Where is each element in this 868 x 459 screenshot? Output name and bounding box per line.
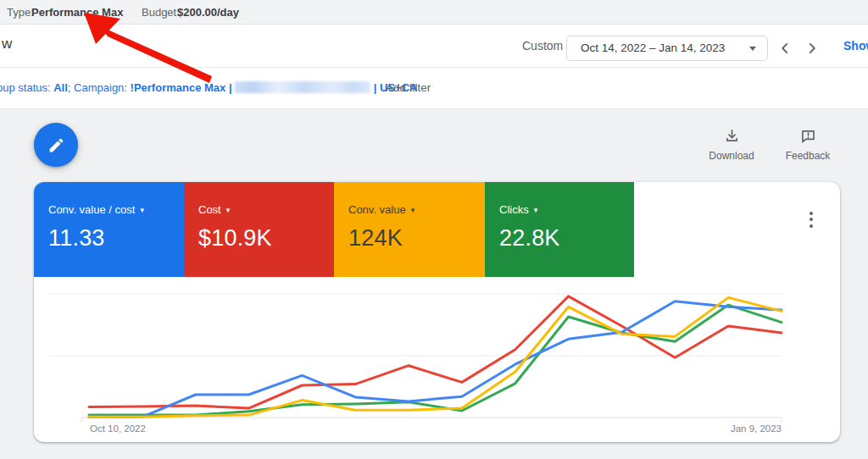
type-label: Type: xyxy=(7,6,34,19)
download-icon xyxy=(723,127,741,145)
caret-down-icon: ▾ xyxy=(226,206,231,214)
scorecard-value: 11.33 xyxy=(48,225,184,252)
x-axis-label-start: Oct 10, 2022 xyxy=(90,423,146,434)
series-line-cost xyxy=(89,296,782,408)
scorecard-value: $10.9K xyxy=(198,225,334,252)
download-label: Download xyxy=(704,150,759,162)
x-axis-label-end: Jan 9, 2023 xyxy=(731,423,782,434)
date-range-preset-label: Custom xyxy=(522,39,563,53)
filter-campaign-value: !Performance Max | xyxy=(131,81,232,94)
filter-campaign-label: ; Campaign: xyxy=(68,81,127,94)
dropdown-caret-icon xyxy=(749,47,756,51)
feedback-icon xyxy=(799,127,817,145)
card-overflow-menu-button[interactable] xyxy=(801,205,821,234)
type-value: Performance Max xyxy=(31,6,123,19)
scorecard-cost[interactable]: Cost▾ $10.9K xyxy=(184,182,334,277)
previous-period-button[interactable] xyxy=(772,36,798,61)
caret-down-icon: ▾ xyxy=(140,206,144,214)
kebab-menu-icon xyxy=(810,212,813,215)
scorecard-value: 124K xyxy=(348,225,485,252)
date-range-picker[interactable]: Oct 14, 2022 – Jan 14, 2023 xyxy=(566,36,768,61)
scorecard-label: Cost xyxy=(198,203,221,216)
budget-value: $200.00/day xyxy=(177,6,239,19)
scorecard-conv-value-cost[interactable]: Conv. value / cost▾ 11.33 xyxy=(34,182,184,277)
scorecard-value: 22.8K xyxy=(499,225,634,252)
edit-button[interactable] xyxy=(34,123,78,167)
scorecard-label: Clicks xyxy=(499,203,529,216)
feedback-label: Feedback xyxy=(781,150,835,162)
caret-down-icon: ▾ xyxy=(411,206,415,214)
redacted-campaign-name xyxy=(235,81,370,93)
campaign-info-bar: Type: Performance Max Budget: $200.00/da… xyxy=(0,0,868,25)
filter-bar: oup status: All; Campaign: !Performance … xyxy=(0,68,868,109)
toolbar-row: w Custom Oct 14, 2022 – Jan 14, 2023 Sho… xyxy=(0,25,868,68)
scorecard-conv-value[interactable]: Conv. value▾ 124K xyxy=(334,182,485,277)
date-range-value: Oct 14, 2022 – Jan 14, 2023 xyxy=(581,36,725,60)
caret-down-icon: ▾ xyxy=(534,206,538,214)
applied-filters[interactable]: oup status: All; Campaign: !Performance … xyxy=(0,81,417,94)
scorecard-clicks[interactable]: Clicks▾ 22.8K xyxy=(485,182,634,277)
chevron-right-icon xyxy=(803,39,821,58)
budget-label: Budget: xyxy=(142,6,180,19)
download-button[interactable]: Download xyxy=(704,127,759,162)
page-title-fragment: w xyxy=(2,36,12,53)
feedback-button[interactable]: Feedback xyxy=(781,127,835,162)
scorecard-label: Conv. value / cost xyxy=(48,203,135,216)
next-period-button[interactable] xyxy=(799,36,825,61)
pencil-icon xyxy=(47,136,65,154)
performance-trend-chart[interactable] xyxy=(34,279,840,442)
filter-status-value: All xyxy=(53,81,68,94)
chevron-left-icon xyxy=(776,39,794,58)
scorecard-label: Conv. value xyxy=(348,203,406,216)
filter-fragment: oup status: xyxy=(0,81,51,94)
series-line-conv-value-cost xyxy=(89,301,782,418)
show-link[interactable]: Show xyxy=(843,39,868,53)
add-filter-button[interactable]: Add filter xyxy=(386,81,431,94)
overview-card: Conv. value / cost▾ 11.33 Cost▾ $10.9K C… xyxy=(34,182,840,442)
